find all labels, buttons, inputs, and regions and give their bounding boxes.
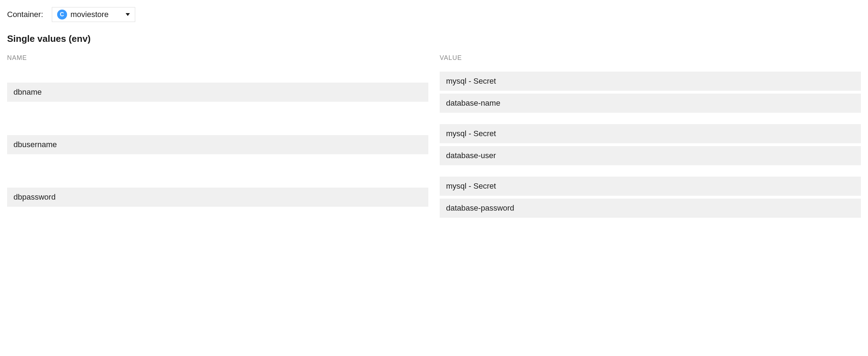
env-value-key-cell: database-user bbox=[440, 146, 861, 165]
value-column-header: VALUE bbox=[440, 54, 861, 62]
section-title: Single values (env) bbox=[7, 33, 861, 44]
env-table: NAME dbname dbusername dbpassword VALUE … bbox=[7, 54, 861, 229]
env-value-source-cell: mysql - Secret bbox=[440, 124, 861, 143]
container-badge-icon: C bbox=[57, 10, 67, 20]
chevron-down-icon bbox=[126, 13, 130, 16]
name-column-header: NAME bbox=[7, 54, 428, 62]
env-name-cell: dbusername bbox=[7, 135, 428, 154]
table-row: dbname bbox=[7, 72, 428, 113]
table-row: dbusername bbox=[7, 124, 428, 165]
env-name-cell: dbpassword bbox=[7, 188, 428, 207]
table-row: mysql - Secret database-name bbox=[440, 72, 861, 113]
env-value-key-cell: database-password bbox=[440, 199, 861, 218]
table-row: dbpassword bbox=[7, 177, 428, 218]
table-row: mysql - Secret database-user bbox=[440, 124, 861, 165]
container-label: Container: bbox=[7, 10, 43, 19]
name-column: NAME dbname dbusername dbpassword bbox=[7, 54, 428, 229]
container-selector-row: Container: C moviestore bbox=[7, 7, 861, 22]
container-selected-name: moviestore bbox=[71, 10, 122, 19]
container-dropdown[interactable]: C moviestore bbox=[52, 7, 135, 22]
table-row: mysql - Secret database-password bbox=[440, 177, 861, 218]
value-column: VALUE mysql - Secret database-name mysql… bbox=[440, 54, 861, 229]
env-value-key-cell: database-name bbox=[440, 94, 861, 113]
env-value-source-cell: mysql - Secret bbox=[440, 177, 861, 196]
env-name-cell: dbname bbox=[7, 83, 428, 102]
env-value-source-cell: mysql - Secret bbox=[440, 72, 861, 91]
